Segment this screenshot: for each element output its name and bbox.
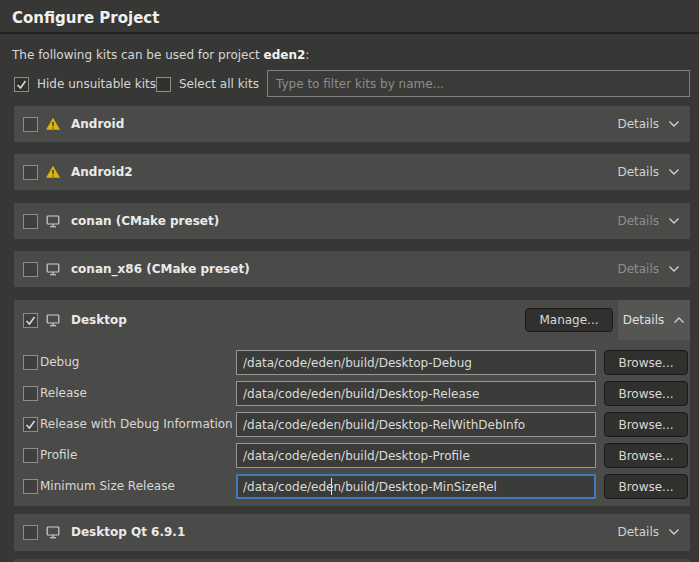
details-toggle[interactable]: Details xyxy=(617,214,680,228)
kit-name: conan (CMake preset) xyxy=(71,214,219,228)
kit-row-desktop-qt-6-9-1: Desktop Qt 6.9.1Details xyxy=(14,514,690,551)
chevron-down-icon xyxy=(668,168,680,176)
build-config-row-release: ReleaseBrowse... xyxy=(14,381,690,406)
details-label: Details xyxy=(617,525,659,539)
select-all-kits-label: Select all kits xyxy=(179,77,259,91)
kit-name: Android xyxy=(71,117,124,131)
details-label: Details xyxy=(617,214,659,228)
details-label: Details xyxy=(617,117,659,131)
browse-button[interactable]: Browse... xyxy=(604,412,688,437)
intro-prefix: The following kits can be used for proje… xyxy=(12,48,264,62)
chevron-down-icon xyxy=(668,528,680,536)
browse-button[interactable]: Browse... xyxy=(604,474,688,499)
build-config-label: Release xyxy=(40,381,87,406)
kit-name: Desktop Qt 6.9.1 xyxy=(71,525,185,539)
build-config-checkbox[interactable] xyxy=(23,448,38,463)
build-config-label: Debug xyxy=(40,350,79,375)
desktop-icon xyxy=(45,524,61,540)
kit-row-android2: Android2Details xyxy=(14,154,690,190)
build-config-checkbox[interactable] xyxy=(23,479,38,494)
build-directory-input[interactable] xyxy=(236,412,596,437)
kit-name: conan_x86 (CMake preset) xyxy=(71,262,250,276)
project-name: eden2 xyxy=(264,48,306,62)
hide-unsuitable-kits-label: Hide unsuitable kits xyxy=(37,77,156,91)
hide-unsuitable-kits-checkbox-group[interactable]: Hide unsuitable kits xyxy=(14,75,156,93)
hide-unsuitable-kits-checkbox[interactable] xyxy=(14,77,29,92)
details-toggle[interactable]: Details xyxy=(617,165,680,179)
manage-kits-button[interactable]: Manage... xyxy=(525,308,613,332)
build-config-row-release-with-debug-information: Release with Debug InformationBrowse... xyxy=(14,412,690,437)
kit-row-conan-cmake-preset: conan (CMake preset)Details xyxy=(14,203,690,239)
desktop-icon xyxy=(45,261,61,277)
kit-row-conan-x86-cmake-preset: conan_x86 (CMake preset)Details xyxy=(14,251,690,287)
browse-button[interactable]: Browse... xyxy=(604,381,688,406)
kit-name: Desktop xyxy=(71,313,127,327)
desktop-icon xyxy=(45,312,61,328)
build-directory-input[interactable] xyxy=(236,443,596,468)
build-config-row-minimum-size-release: Minimum Size ReleaseBrowse... xyxy=(14,474,690,499)
kit-checkbox[interactable] xyxy=(23,313,38,328)
kit-name: Android2 xyxy=(71,165,133,179)
kit-row-android: AndroidDetails xyxy=(14,106,690,142)
kit-checkbox[interactable] xyxy=(23,165,38,180)
chevron-down-icon xyxy=(668,265,680,273)
kit-checkbox[interactable] xyxy=(23,262,38,277)
chevron-up-icon xyxy=(673,316,685,324)
warning-icon xyxy=(45,116,61,132)
build-config-checkbox[interactable] xyxy=(23,386,38,401)
build-directory-input[interactable] xyxy=(236,350,596,375)
chevron-down-icon xyxy=(668,120,680,128)
browse-button[interactable]: Browse... xyxy=(604,350,688,375)
browse-button[interactable]: Browse... xyxy=(604,443,688,468)
details-label: Details xyxy=(617,262,659,276)
build-config-row-profile: ProfileBrowse... xyxy=(14,443,690,468)
title-separator xyxy=(0,32,699,34)
page-title: Configure Project xyxy=(12,9,159,27)
details-toggle[interactable]: Details xyxy=(618,300,690,340)
warning-icon xyxy=(45,164,61,180)
kit-checkbox[interactable] xyxy=(23,117,38,132)
chevron-down-icon xyxy=(668,217,680,225)
details-toggle[interactable]: Details xyxy=(617,525,680,539)
select-all-kits-checkbox[interactable] xyxy=(156,77,171,92)
kit-row-desktop: DesktopDetailsManage...DebugBrowse...Rel… xyxy=(14,300,690,506)
text-caret xyxy=(331,478,332,495)
details-toggle[interactable]: Details xyxy=(617,117,680,131)
kit-checkbox[interactable] xyxy=(23,214,38,229)
select-all-kits-checkbox-group[interactable]: Select all kits xyxy=(156,75,259,93)
details-label: Details xyxy=(617,165,659,179)
kit-filter-input[interactable] xyxy=(267,70,690,97)
details-label: Details xyxy=(623,313,665,327)
intro-suffix: : xyxy=(305,48,309,62)
build-directory-input[interactable] xyxy=(236,381,596,406)
build-config-label: Release with Debug Information xyxy=(40,412,233,437)
build-config-checkbox[interactable] xyxy=(23,355,38,370)
build-directory-input[interactable] xyxy=(236,474,596,499)
desktop-icon xyxy=(45,213,61,229)
details-toggle[interactable]: Details xyxy=(617,262,680,276)
intro-text: The following kits can be used for proje… xyxy=(12,48,309,62)
build-config-label: Profile xyxy=(40,443,77,468)
build-config-label: Minimum Size Release xyxy=(40,474,175,499)
build-config-checkbox[interactable] xyxy=(23,417,38,432)
build-config-row-debug: DebugBrowse... xyxy=(14,350,690,375)
kit-checkbox[interactable] xyxy=(23,525,38,540)
